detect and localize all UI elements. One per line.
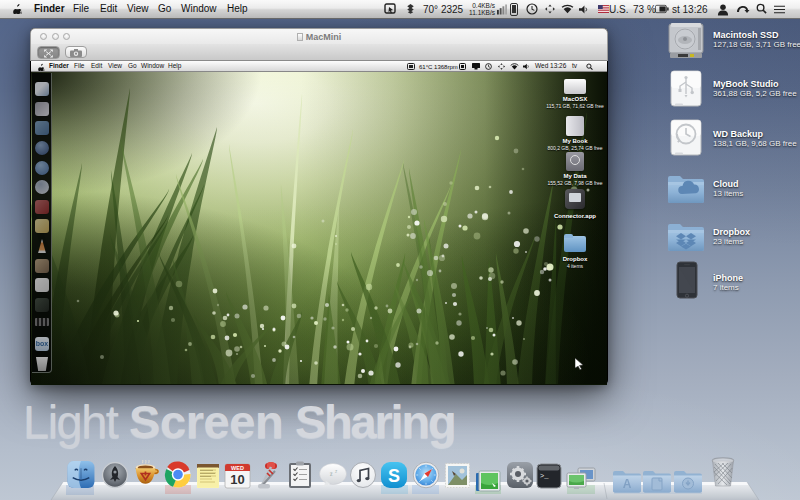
svg-text:S: S [388, 466, 400, 486]
svg-text:A: A [623, 477, 632, 491]
svg-text:10: 10 [230, 472, 244, 487]
svg-text:WED: WED [231, 465, 244, 471]
svg-text:>_: >_ [540, 472, 549, 480]
